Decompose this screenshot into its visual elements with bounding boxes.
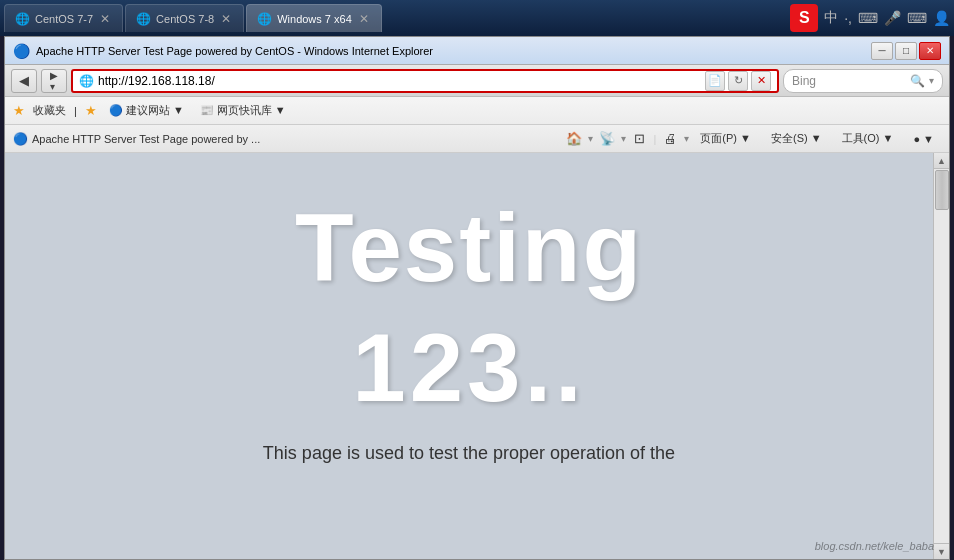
- tab-label-centos77: CentOS 7-7: [35, 13, 93, 25]
- fav-star2-icon: ★: [85, 103, 97, 118]
- tools-menu-label: 工具(O) ▼: [842, 131, 894, 146]
- news-feed-btn[interactable]: 📰 网页快讯库 ▼: [196, 101, 290, 120]
- search-bar[interactable]: Bing 🔍 ▾: [783, 69, 943, 93]
- page-menu-label: 页面(P) ▼: [700, 131, 751, 146]
- search-placeholder: Bing: [792, 74, 906, 88]
- watermark: blog.csdn.net/kele_baba: [815, 540, 934, 552]
- punctuation-icon[interactable]: ·,: [844, 10, 852, 26]
- description-text: This page is used to test the proper ope…: [263, 443, 675, 464]
- number-heading: 123..: [352, 313, 586, 423]
- search-icon[interactable]: 🔍: [910, 74, 925, 88]
- print-icon[interactable]: 🖨: [659, 128, 681, 150]
- toolbar-dropdown2[interactable]: ▾: [621, 133, 626, 144]
- toolbar-separator: |: [654, 133, 657, 145]
- tab-win7[interactable]: 🌐 Windows 7 x64 ✕: [246, 4, 382, 32]
- mic-icon[interactable]: 🎤: [884, 10, 901, 26]
- ie-title-text: Apache HTTP Server Test Page powered by …: [36, 45, 865, 57]
- home-icon[interactable]: 🏠: [563, 128, 585, 150]
- ie-logo-icon: 🔵: [13, 43, 30, 59]
- scrollbar: ▲ ▼: [933, 153, 949, 559]
- keyboard-icon[interactable]: ⌨: [858, 10, 878, 26]
- tab-label-win7: Windows 7 x64: [277, 13, 352, 25]
- ie-logo-small-icon: 🔵: [109, 104, 123, 117]
- suggest-site-label: 建议网站 ▼: [126, 103, 184, 118]
- forward-button[interactable]: ▶▾: [41, 69, 67, 93]
- user-icon[interactable]: 👤: [933, 10, 950, 26]
- ie-menubar: 🔵 Apache HTTP Server Test Page powered b…: [5, 125, 949, 153]
- toolbar-icon-group: 🏠 ▾ 📡 ▾ ⊡ | 🖨 ▾: [563, 128, 690, 150]
- taskbar: 🌐 CentOS 7-7 ✕ 🌐 CentOS 7-8 ✕ 🌐 Windows …: [0, 0, 954, 36]
- suggest-site-btn[interactable]: 🔵 建议网站 ▼: [105, 101, 188, 120]
- scroll-thumb[interactable]: [935, 170, 949, 210]
- sogou-logo: S: [790, 4, 818, 32]
- page-info-btn[interactable]: 📄: [705, 71, 725, 91]
- ie-content-area: Testing 123.. This page is used to test …: [5, 153, 949, 559]
- search-dropdown-icon[interactable]: ▾: [929, 75, 934, 86]
- tab-close-centos78[interactable]: ✕: [219, 12, 233, 26]
- help-menu-btn[interactable]: ● ▼: [906, 130, 941, 148]
- back-button[interactable]: ◀: [11, 69, 37, 93]
- tools-menu-btn[interactable]: 工具(O) ▼: [835, 128, 901, 149]
- testing-heading: Testing: [295, 193, 643, 303]
- tab-centos77[interactable]: 🌐 CentOS 7-7 ✕: [4, 4, 123, 32]
- ie-close-btn[interactable]: ✕: [919, 42, 941, 60]
- tab-icon-centos77: 🌐: [15, 12, 30, 26]
- favorites-separator: |: [74, 105, 77, 117]
- help-menu-label: ● ▼: [913, 133, 934, 145]
- refresh-btn[interactable]: ↻: [728, 71, 748, 91]
- favorites-label[interactable]: 收藏夹: [33, 103, 66, 118]
- scroll-track[interactable]: [934, 169, 950, 543]
- window-icon[interactable]: ⊡: [629, 128, 651, 150]
- address-bar-icon: 🌐: [79, 74, 94, 88]
- security-menu-label: 安全(S) ▼: [771, 131, 822, 146]
- tab-icon-win7: 🌐: [257, 12, 272, 26]
- address-actions: 📄 ↻ ✕: [705, 71, 771, 91]
- page-tab-label: Apache HTTP Server Test Page powered by …: [32, 133, 559, 145]
- news-feed-icon: 📰: [200, 104, 214, 117]
- keyboard2-icon[interactable]: ⌨: [907, 10, 927, 26]
- news-feed-label: 网页快讯库 ▼: [217, 103, 286, 118]
- ie-menu-items: 页面(P) ▼ 安全(S) ▼ 工具(O) ▼ ● ▼: [693, 128, 941, 149]
- toolbar-dropdown3[interactable]: ▾: [684, 133, 689, 144]
- ie-titlebar: 🔵 Apache HTTP Server Test Page powered b…: [5, 37, 949, 65]
- ie-nav-toolbar: ◀ ▶▾ 🌐 http://192.168.118.18/ 📄 ↻ ✕ Bing…: [5, 65, 949, 97]
- scroll-up-arrow[interactable]: ▲: [934, 153, 950, 169]
- ie-favorites-bar: ★ 收藏夹 | ★ 🔵 建议网站 ▼ 📰 网页快讯库 ▼: [5, 97, 949, 125]
- tab-label-centos78: CentOS 7-8: [156, 13, 214, 25]
- ie-favicon: 🔵: [13, 132, 28, 146]
- favorites-star-icon: ★: [13, 103, 25, 118]
- taskbar-right-icons: S 中 ·, ⌨ 🎤 ⌨ 👤: [790, 4, 950, 32]
- scroll-down-arrow[interactable]: ▼: [934, 543, 950, 559]
- address-bar[interactable]: 🌐 http://192.168.118.18/ 📄 ↻ ✕: [71, 69, 779, 93]
- tab-icon-centos78: 🌐: [136, 12, 151, 26]
- stop-btn[interactable]: ✕: [751, 71, 771, 91]
- security-menu-btn[interactable]: 安全(S) ▼: [764, 128, 829, 149]
- tab-centos78[interactable]: 🌐 CentOS 7-8 ✕: [125, 4, 244, 32]
- webpage-content: Testing 123.. This page is used to test …: [5, 153, 933, 559]
- page-menu-btn[interactable]: 页面(P) ▼: [693, 128, 758, 149]
- ie-browser-window: 🔵 Apache HTTP Server Test Page powered b…: [4, 36, 950, 560]
- tab-close-centos77[interactable]: ✕: [98, 12, 112, 26]
- ie-maximize-btn[interactable]: □: [895, 42, 917, 60]
- toolbar-dropdown1[interactable]: ▾: [588, 133, 593, 144]
- ie-minimize-btn[interactable]: ─: [871, 42, 893, 60]
- ime-icon[interactable]: 中: [824, 9, 838, 27]
- ie-window-controls: ─ □ ✕: [871, 42, 941, 60]
- watermark-text: blog.csdn.net/kele_baba: [815, 540, 934, 552]
- tab-close-win7[interactable]: ✕: [357, 12, 371, 26]
- address-text: http://192.168.118.18/: [98, 74, 701, 88]
- rss-icon[interactable]: 📡: [596, 128, 618, 150]
